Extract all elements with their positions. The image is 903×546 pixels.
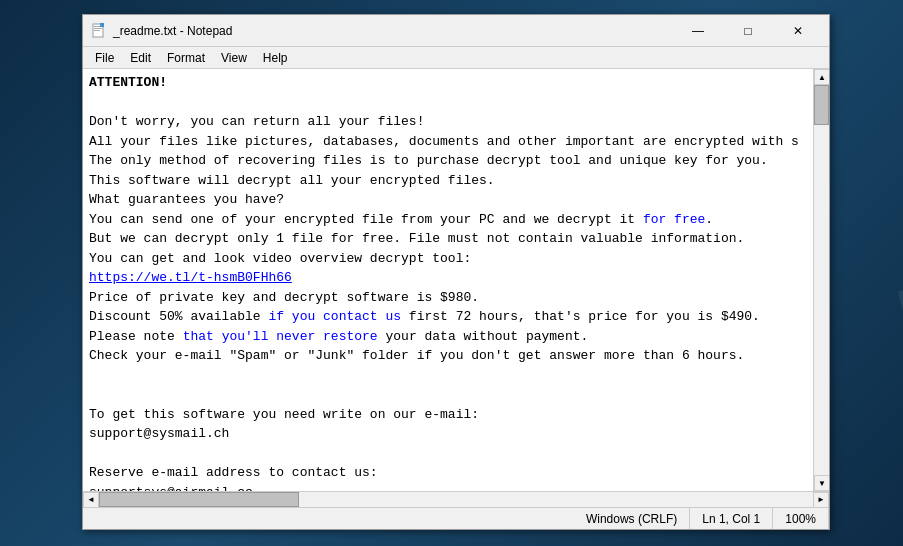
svg-rect-3 <box>94 30 100 31</box>
content-area: ATTENTION! Don't worry, you can return a… <box>83 69 829 491</box>
horizontal-scrollbar[interactable]: ◄ ► <box>83 491 829 507</box>
url-link[interactable]: https://we.tl/t-hsmB0FHh66 <box>89 270 292 285</box>
line-ending-status: Windows (CRLF) <box>574 508 690 529</box>
svg-rect-2 <box>94 28 102 29</box>
menu-bar: File Edit Format View Help <box>83 47 829 69</box>
scroll-left-button[interactable]: ◄ <box>83 492 99 508</box>
scroll-right-button[interactable]: ► <box>813 492 829 508</box>
scroll-up-button[interactable]: ▲ <box>814 69 829 85</box>
h-scroll-track <box>99 492 813 507</box>
menu-edit[interactable]: Edit <box>122 49 159 67</box>
scroll-thumb[interactable] <box>814 85 829 125</box>
free-link: for free <box>643 212 705 227</box>
contact-link: if you contact us <box>268 309 401 324</box>
h-scroll-thumb[interactable] <box>99 492 299 507</box>
window-title: _readme.txt - Notepad <box>113 24 675 38</box>
scroll-down-button[interactable]: ▼ <box>814 475 829 491</box>
zoom-status: 100% <box>773 508 829 529</box>
menu-help[interactable]: Help <box>255 49 296 67</box>
minimize-button[interactable]: — <box>675 15 721 47</box>
scroll-track <box>814 85 829 475</box>
menu-format[interactable]: Format <box>159 49 213 67</box>
text-editor[interactable]: ATTENTION! Don't worry, you can return a… <box>83 69 813 491</box>
svg-rect-4 <box>100 23 104 27</box>
menu-view[interactable]: View <box>213 49 255 67</box>
maximize-button[interactable]: □ <box>725 15 771 47</box>
vertical-scrollbar[interactable]: ▲ ▼ <box>813 69 829 491</box>
notepad-icon <box>91 23 107 39</box>
attention-heading: ATTENTION! <box>89 75 167 90</box>
close-button[interactable]: ✕ <box>775 15 821 47</box>
cursor-position-status: Ln 1, Col 1 <box>690 508 773 529</box>
menu-file[interactable]: File <box>87 49 122 67</box>
title-bar-controls: — □ ✕ <box>675 15 821 47</box>
status-bar: Windows (CRLF) Ln 1, Col 1 100% <box>83 507 829 529</box>
notepad-window: _readme.txt - Notepad — □ ✕ File Edit Fo… <box>82 14 830 530</box>
title-bar: _readme.txt - Notepad — □ ✕ <box>83 15 829 47</box>
restore-link: that you'll never restore <box>183 329 378 344</box>
